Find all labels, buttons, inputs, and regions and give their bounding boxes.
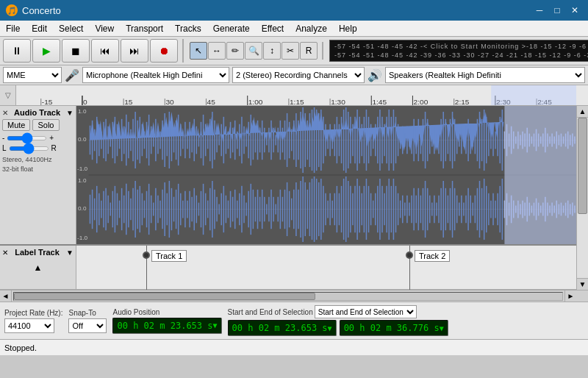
pan-control: L R (2, 144, 74, 152)
gain-min-label: - (2, 134, 4, 142)
menubar: File Edit Select View Transport Tracks G… (0, 21, 588, 37)
selection-start-display[interactable]: 00 h 02 m 23.653 s ▼ (228, 320, 337, 336)
waveform-svg: 1.0 0.0 -1.0 1.0 0.0 -1.0 (76, 106, 576, 244)
selection-end-display[interactable]: 00 h 02 m 36.776 s ▼ (340, 320, 448, 336)
device-toolbar: MME 🎤 Microphone (Realtek High Defini 2 … (0, 65, 588, 85)
svg-text:2:15: 2:15 (455, 99, 470, 105)
mute-button[interactable]: Mute (2, 119, 30, 131)
svg-text:0.0: 0.0 (78, 137, 87, 143)
pause-button[interactable]: ⏸ (3, 39, 31, 63)
menu-edit[interactable]: Edit (26, 21, 53, 36)
menu-select[interactable]: Select (53, 21, 89, 36)
label-track-content[interactable]: Track 1 Track 2 (76, 246, 576, 289)
scroll-thumb-h[interactable] (14, 293, 315, 300)
meter-top-labels: -57 -54 -51 -48 -45 -42 -< Click to Star… (334, 43, 588, 50)
scroll-track-v[interactable] (577, 118, 588, 278)
transport-controls: ⏸ ▶ ◼ ⏮ ⏭ ⏺ (3, 39, 184, 63)
svg-text:2:00: 2:00 (414, 99, 429, 105)
host-select[interactable]: MME (3, 67, 62, 83)
selection-group: Start and End of Selection Start and End… (228, 305, 448, 336)
stop-button[interactable]: ◼ (62, 39, 90, 63)
audio-position-arrow[interactable]: ▼ (213, 321, 218, 329)
mic-select[interactable]: Microphone (Realtek High Defini (82, 67, 229, 83)
draw-tool-button[interactable]: ✏ (226, 42, 244, 60)
app-title: Concerto (22, 5, 532, 16)
svg-rect-27 (491, 85, 576, 105)
svg-text:1.0: 1.0 (78, 108, 87, 115)
menu-tracks[interactable]: Tracks (169, 21, 207, 36)
channels-select[interactable]: 2 (Stereo) Recording Channels (232, 67, 365, 83)
label-track: ✕ Label Track ▼ ▲ Track 1 Tra (0, 246, 576, 290)
minimize-button[interactable]: ─ (532, 3, 547, 18)
audio-position-display[interactable]: 00 h 02 m 23.653 s ▼ (112, 318, 221, 334)
play-button[interactable]: ▶ (32, 39, 60, 63)
menu-effect[interactable]: Effect (256, 21, 290, 36)
level-meters: -57 -54 -51 -48 -45 -42 -< Click to Star… (329, 40, 588, 62)
skip-start-button[interactable]: ⏮ (91, 39, 119, 63)
project-rate-select[interactable]: 44100 (4, 318, 54, 333)
ruler: -15 0 15 30 45 1:00 1:15 (16, 85, 576, 105)
titlebar: 🎵 Concerto ─ □ ✕ (0, 0, 588, 21)
maximize-button[interactable]: □ (550, 3, 564, 18)
scroll-thumb-v[interactable] (578, 118, 587, 214)
audio-track-name: Audio Track (14, 108, 60, 117)
multi-tool-button[interactable]: ✂ (282, 42, 299, 60)
audio-position-label: Audio Position (112, 308, 221, 316)
label-track-header: ✕ Label Track ▼ ▲ (0, 246, 76, 289)
menu-generate[interactable]: Generate (207, 21, 256, 36)
ruler-svg: -15 0 15 30 45 1:00 1:15 (16, 85, 576, 105)
close-button[interactable]: ✕ (567, 3, 582, 18)
snap-to-group: Snap-To Off (68, 309, 107, 333)
svg-text:-15: -15 (42, 99, 53, 105)
svg-text:30: 30 (165, 99, 173, 105)
tool-buttons: ↖ ↔ ✏ 🔍 ↕ ✂ R (190, 42, 323, 60)
speaker-icon: 🔊 (368, 68, 382, 82)
track-list: ✕ Audio Track ▼ Mute Solo - + L R (0, 106, 576, 290)
menu-help[interactable]: Help (333, 21, 363, 36)
project-rate-label: Project Rate (Hz): (4, 309, 62, 317)
speaker-select[interactable]: Speakers (Realtek High Definiti (385, 67, 585, 83)
select-tool-button[interactable]: ↖ (190, 42, 207, 60)
vertical-scrollbar[interactable]: ▲ ▼ (576, 106, 588, 290)
start-end-label: Start and End of Selection (228, 308, 313, 316)
label-track-expand[interactable]: ▲ (34, 263, 43, 273)
solo-button[interactable]: Solo (32, 119, 59, 131)
snap-to-label: Snap-To (68, 309, 107, 317)
scroll-track-h[interactable] (13, 292, 563, 301)
snap-to-select[interactable]: Off (68, 318, 107, 333)
envelope-tool-button[interactable]: ↔ (208, 42, 226, 60)
main-track-area: ✕ Audio Track ▼ Mute Solo - + L R (0, 106, 588, 290)
record-meter-button[interactable]: R (300, 42, 318, 60)
menu-transport[interactable]: Transport (120, 21, 169, 36)
svg-text:1:00: 1:00 (248, 99, 263, 105)
scroll-down-button[interactable]: ▼ (577, 278, 588, 290)
project-rate-group: Project Rate (Hz): 44100 (4, 309, 62, 333)
selection-mode-select[interactable]: Start and End of Selection (315, 305, 417, 318)
menu-file[interactable]: File (0, 21, 26, 36)
zoom-tool-button[interactable]: 🔍 (245, 42, 262, 60)
record-button[interactable]: ⏺ (150, 39, 178, 63)
svg-text:1:15: 1:15 (290, 99, 304, 105)
audio-track: ✕ Audio Track ▼ Mute Solo - + L R (0, 106, 576, 246)
audio-track-waveform[interactable]: 1.0 0.0 -1.0 1.0 0.0 -1.0 (76, 106, 576, 244)
menu-view[interactable]: View (89, 21, 120, 36)
menu-analyze[interactable]: Analyze (290, 21, 333, 36)
skip-end-button[interactable]: ⏭ (121, 39, 148, 63)
gain-max-label: + (49, 134, 54, 142)
app-icon: 🎵 (6, 4, 18, 16)
pan-slider[interactable] (9, 146, 49, 151)
svg-text:1:45: 1:45 (372, 99, 387, 105)
mic-icon: 🎤 (65, 68, 79, 82)
scroll-left-button[interactable]: ◄ (0, 290, 12, 302)
label-text-1: Track 1 (151, 250, 187, 262)
svg-rect-40 (504, 106, 576, 244)
horizontal-scrollbar[interactable]: ◄ ► (0, 290, 588, 302)
svg-text:1.0: 1.0 (78, 177, 87, 184)
svg-text:-1.0: -1.0 (77, 235, 88, 241)
scroll-right-button[interactable]: ► (564, 290, 576, 302)
status-text: Stopped. (4, 343, 37, 352)
gain-slider[interactable] (7, 136, 47, 140)
scroll-up-button[interactable]: ▲ (577, 106, 588, 118)
gain-control: - + (2, 134, 74, 142)
timeshift-tool-button[interactable]: ↕ (263, 42, 281, 60)
